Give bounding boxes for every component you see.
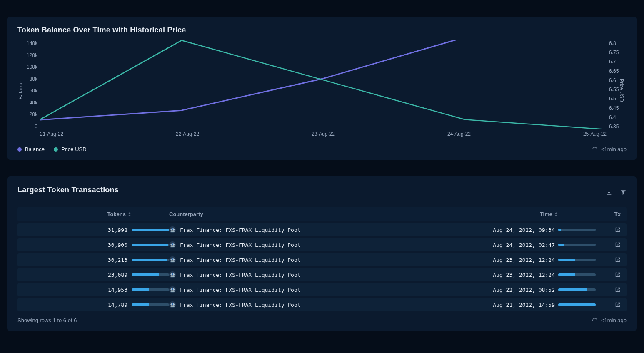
external-link-icon [615,302,621,308]
protocol-icon: 🏦 [169,301,176,308]
tx-link[interactable] [596,227,621,233]
cell-tokens: 30,900 [23,242,132,248]
tx-link[interactable] [596,302,621,308]
chart-refresh-indicator[interactable]: <1min ago [592,146,627,152]
table-refresh-indicator[interactable]: <1min ago [592,317,627,323]
protocol-icon: 🏦 [169,286,176,293]
y-left-tick: 140k [17,40,37,46]
time-bar [558,244,596,246]
column-tx[interactable]: Tx [596,211,621,217]
column-label: Time [540,211,552,217]
tx-link[interactable] [596,242,621,248]
legend-dot-icon [17,147,22,152]
external-link-icon [615,242,621,248]
column-tokens[interactable]: Tokens [107,211,132,217]
counterparty-label: Frax Finance: FXS-FRAX Liquidity Pool [180,257,301,263]
line-chart-svg [40,40,607,129]
tokens-bar [132,259,169,261]
chart-area: Balance Price USD 140k120k100k80k60k40k2… [17,40,627,140]
protocol-icon: 🏦 [169,226,176,233]
legend-item-price[interactable]: Price USD [54,146,87,152]
cell-time: Aug 23, 2022, 12:24 [475,272,558,278]
column-counterparty[interactable]: Counterparty [169,211,475,217]
chart-panel: Token Balance Over Time with Historical … [7,17,637,160]
transactions-panel: Largest Token Transactions Tokens Counte… [7,176,637,331]
chart-title: Token Balance Over Time with Historical … [17,26,627,35]
external-link-icon [615,257,621,263]
chart-refresh-text: <1min ago [601,146,627,152]
x-axis-ticks: 21-Aug-2222-Aug-2223-Aug-2224-Aug-2225-A… [40,131,607,140]
legend-label: Price USD [61,146,87,152]
table-row[interactable]: 30,213🏦Frax Finance: FXS-FRAX Liquidity … [17,253,627,266]
cell-counterparty[interactable]: 🏦Frax Finance: FXS-FRAX Liquidity Pool [169,241,475,248]
filter-button[interactable] [620,189,627,197]
y-left-tick: 20k [17,112,37,117]
cell-time: Aug 24, 2022, 02:47 [475,242,558,248]
table-footer: Showing rows 1 to 6 of 6 [17,317,77,323]
chart-legend: Balance Price USD [17,146,87,152]
y-left-tick: 0 [17,124,37,129]
x-tick: 25-Aug-22 [583,131,607,140]
time-bar [558,229,596,231]
y-left-tick: 40k [17,100,37,106]
cell-tokens: 14,789 [23,302,132,308]
cell-tokens: 14,953 [23,287,132,293]
sort-icon [127,212,132,216]
protocol-icon: 🏦 [169,256,176,263]
tokens-bar [132,273,169,276]
refresh-icon [592,147,598,152]
counterparty-label: Frax Finance: FXS-FRAX Liquidity Pool [180,287,301,293]
y-right-tick: 6.55 [609,87,627,92]
table-row[interactable]: 23,089🏦Frax Finance: FXS-FRAX Liquidity … [17,268,627,281]
table-title: Largest Token Transactions [17,186,119,194]
legend-item-balance[interactable]: Balance [17,146,45,152]
y-right-tick: 6.4 [609,114,627,120]
legend-dot-icon [54,147,58,152]
column-label: Tokens [107,211,126,217]
y-right-ticks: 6.86.756.76.656.66.556.56.456.46.35 [607,40,627,129]
tx-link[interactable] [596,272,621,278]
filter-icon [620,189,627,196]
cell-counterparty[interactable]: 🏦Frax Finance: FXS-FRAX Liquidity Pool [169,271,475,278]
table-row[interactable]: 14,789🏦Frax Finance: FXS-FRAX Liquidity … [17,298,627,311]
table-header-row: Tokens Counterparty Time Tx [17,207,627,221]
y-right-tick: 6.7 [609,59,627,65]
column-label: Counterparty [169,211,203,217]
download-button[interactable] [606,189,612,197]
protocol-icon: 🏦 [169,271,176,278]
external-link-icon [615,287,621,293]
legend-label: Balance [25,146,45,152]
y-right-tick: 6.65 [609,68,627,74]
time-bar [558,303,596,306]
table-row[interactable]: 30,900🏦Frax Finance: FXS-FRAX Liquidity … [17,238,627,251]
cell-time: Aug 21, 2022, 14:59 [475,302,558,308]
x-tick: 23-Aug-22 [312,131,335,140]
table-refresh-text: <1min ago [601,317,627,323]
tokens-bar [132,303,169,306]
counterparty-label: Frax Finance: FXS-FRAX Liquidity Pool [180,272,301,278]
external-link-icon [615,227,621,233]
y-right-tick: 6.75 [609,50,627,55]
cell-counterparty[interactable]: 🏦Frax Finance: FXS-FRAX Liquidity Pool [169,226,475,233]
external-link-icon [615,272,621,278]
y-left-ticks: 140k120k100k80k60k40k20k0 [17,40,40,129]
counterparty-label: Frax Finance: FXS-FRAX Liquidity Pool [180,302,301,308]
table-row[interactable]: 31,998🏦Frax Finance: FXS-FRAX Liquidity … [17,223,627,236]
cell-tokens: 30,213 [23,257,132,263]
y-right-tick: 6.6 [609,77,627,83]
tx-link[interactable] [596,287,621,293]
cell-counterparty[interactable]: 🏦Frax Finance: FXS-FRAX Liquidity Pool [169,301,475,308]
cell-counterparty[interactable]: 🏦Frax Finance: FXS-FRAX Liquidity Pool [169,256,475,263]
cell-counterparty[interactable]: 🏦Frax Finance: FXS-FRAX Liquidity Pool [169,286,475,293]
download-icon [606,189,612,196]
table-row[interactable]: 14,953🏦Frax Finance: FXS-FRAX Liquidity … [17,283,627,296]
column-time[interactable]: Time [540,211,558,217]
y-left-tick: 80k [17,76,37,82]
tx-link[interactable] [596,257,621,263]
counterparty-label: Frax Finance: FXS-FRAX Liquidity Pool [180,242,301,248]
tokens-bar [132,229,169,231]
time-bar [558,273,596,276]
x-tick: 21-Aug-22 [40,131,63,140]
y-right-tick: 6.8 [609,40,627,46]
cell-tokens: 23,089 [23,272,132,278]
